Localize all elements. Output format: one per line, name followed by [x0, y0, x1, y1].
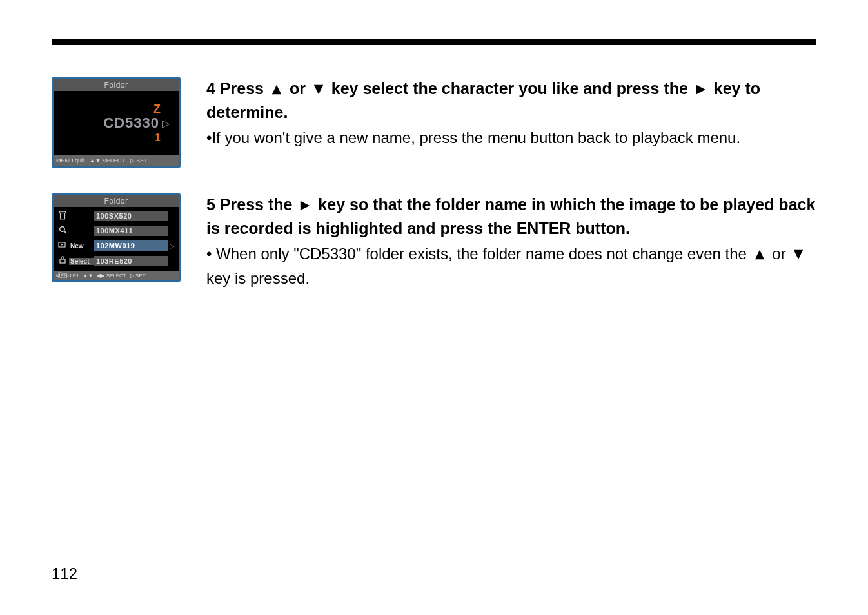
lcd2-row-4: Select 103RE520	[56, 254, 176, 268]
svg-marker-8	[61, 244, 63, 246]
up-triangle-icon	[754, 244, 765, 267]
lcd2-title: Foldor	[54, 195, 179, 207]
lcd2-footer-set: ▷ SET	[130, 273, 146, 278]
lock-icon	[56, 255, 69, 266]
svg-point-5	[59, 227, 64, 232]
svg-marker-1	[314, 85, 323, 94]
down-triangle-icon	[793, 244, 804, 267]
lcd1-char-z: Z	[153, 102, 161, 116]
lcd1-footer-menu: MENU quit	[56, 157, 84, 164]
step4-number: 4	[206, 79, 215, 97]
lcd1-footer-set: ▷ SET	[130, 157, 148, 164]
step4-text: 4 Press or key select the character you …	[206, 77, 816, 150]
folder-icon	[56, 271, 69, 280]
lcd2-tag-new: New	[69, 242, 94, 249]
lcd2-val-4: 103RE520	[94, 256, 168, 266]
step5-text: 5 Press the key so that the folder name …	[206, 193, 816, 290]
trash-icon	[56, 211, 69, 222]
step4-row: Foldor Z CD5330 ▷ 1 MENU quit ▲▼ SELECT …	[52, 77, 816, 168]
up-triangle-icon	[271, 79, 282, 101]
lcd2-footer: MENU P1 ▲▼ ◀▶ SELECT ▷ SET	[54, 271, 179, 280]
lcd1-footer-select: ▲▼ SELECT	[90, 157, 125, 164]
lcd1-footer: MENU quit ▲▼ SELECT ▷ SET	[54, 155, 179, 166]
svg-line-6	[64, 231, 66, 233]
lcd1-play-icon: ▷	[162, 117, 170, 130]
svg-rect-4	[59, 211, 65, 213]
svg-marker-0	[272, 85, 281, 94]
step5-note: • When only "CD5330" folder exists, the …	[206, 242, 816, 290]
svg-marker-11	[755, 250, 764, 259]
lcd1-code: CD5330	[103, 115, 159, 132]
step5-heading: 5 Press the key so that the folder name …	[206, 193, 816, 240]
svg-marker-12	[794, 250, 803, 259]
manual-page: Foldor Z CD5330 ▷ 1 MENU quit ▲▼ SELECT …	[0, 0, 868, 615]
lcd2-footer-av: ▲▼	[83, 273, 94, 278]
right-triangle-icon	[299, 195, 311, 217]
slideshow-icon	[56, 241, 69, 251]
search-icon	[56, 226, 69, 236]
lcd2-val-2: 102MW019	[94, 240, 168, 251]
down-triangle-icon	[313, 79, 324, 101]
header-rule	[52, 39, 816, 45]
svg-marker-2	[696, 85, 705, 94]
step4-heading: 4 Press or key select the character you …	[206, 77, 816, 124]
svg-rect-3	[61, 213, 65, 219]
lcd2-row-2: New 102MW019 ▷	[56, 239, 176, 253]
lcd1-title: Foldor	[54, 79, 179, 91]
right-arrow-icon: ▷	[168, 242, 176, 249]
right-triangle-icon	[695, 79, 707, 101]
lcd1-body: Z CD5330 ▷ 1	[54, 91, 179, 155]
svg-marker-10	[301, 201, 310, 210]
lcd-screenshot-1: Foldor Z CD5330 ▷ 1 MENU quit ▲▼ SELECT …	[52, 77, 181, 168]
lcd2-tag-select: Select	[69, 258, 94, 265]
svg-rect-9	[60, 259, 65, 263]
lcd2-row-0: 100SX520	[56, 209, 176, 223]
lcd2-footer-lr: ◀▶ SELECT	[97, 273, 126, 278]
step4-note: •If you won't give a new name, press the…	[206, 126, 816, 150]
lcd2-body: 100SX520 100MX411	[54, 207, 179, 271]
lcd2-val-0: 100SX520	[94, 211, 168, 221]
step5-number: 5	[206, 195, 215, 213]
step5-row: Foldor 100SX520	[52, 193, 816, 290]
page-number: 112	[52, 565, 77, 583]
lcd2-row-1: 100MX411	[56, 224, 176, 238]
lcd1-char-1: 1	[155, 132, 161, 144]
lcd-screenshot-2: Foldor 100SX520	[52, 193, 181, 282]
lcd2-val-1: 100MX411	[94, 226, 168, 236]
